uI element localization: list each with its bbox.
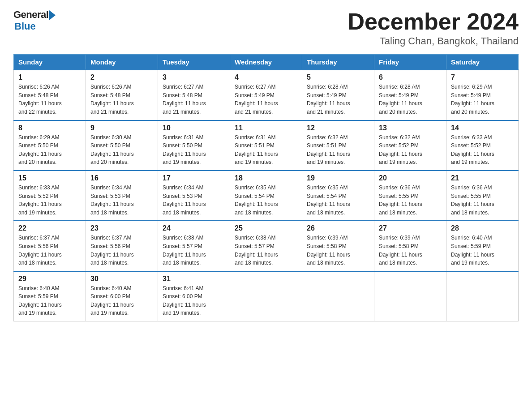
calendar-title: December 2024 bbox=[348, 9, 519, 34]
calendar-cell: 5 Sunrise: 6:28 AMSunset: 5:49 PMDayligh… bbox=[302, 70, 374, 120]
day-number: 5 bbox=[307, 73, 369, 81]
calendar-cell bbox=[374, 271, 446, 321]
day-info: Sunrise: 6:35 AMSunset: 5:54 PMDaylight:… bbox=[235, 184, 278, 216]
logo-blue-text: Blue bbox=[14, 21, 36, 32]
day-number: 14 bbox=[451, 124, 514, 132]
day-info: Sunrise: 6:33 AMSunset: 5:52 PMDaylight:… bbox=[451, 134, 494, 166]
day-info: Sunrise: 6:39 AMSunset: 5:58 PMDaylight:… bbox=[307, 235, 350, 266]
day-number: 16 bbox=[90, 174, 153, 182]
day-info: Sunrise: 6:35 AMSunset: 5:54 PMDaylight:… bbox=[307, 184, 350, 216]
day-info: Sunrise: 6:31 AMSunset: 5:50 PMDaylight:… bbox=[163, 134, 206, 166]
day-number: 24 bbox=[163, 224, 225, 232]
calendar-cell: 12 Sunrise: 6:32 AMSunset: 5:51 PMDaylig… bbox=[302, 120, 374, 171]
day-info: Sunrise: 6:34 AMSunset: 5:53 PMDaylight:… bbox=[163, 184, 206, 216]
calendar-cell: 25 Sunrise: 6:38 AMSunset: 5:57 PMDaylig… bbox=[230, 221, 302, 271]
calendar-cell: 7 Sunrise: 6:29 AMSunset: 5:49 PMDayligh… bbox=[446, 70, 519, 120]
day-info: Sunrise: 6:40 AMSunset: 6:00 PMDaylight:… bbox=[90, 285, 134, 317]
calendar-cell: 8 Sunrise: 6:29 AMSunset: 5:50 PMDayligh… bbox=[14, 120, 86, 171]
day-info: Sunrise: 6:38 AMSunset: 5:57 PMDaylight:… bbox=[235, 235, 278, 266]
day-info: Sunrise: 6:26 AMSunset: 5:48 PMDaylight:… bbox=[90, 84, 134, 115]
day-number: 2 bbox=[90, 73, 153, 81]
page: General Blue December 2024 Taling Chan, … bbox=[0, 0, 532, 411]
header-saturday: Saturday bbox=[446, 55, 519, 70]
day-info: Sunrise: 6:39 AMSunset: 5:58 PMDaylight:… bbox=[379, 235, 422, 266]
calendar-location: Taling Chan, Bangkok, Thailand bbox=[348, 35, 519, 47]
day-number: 29 bbox=[18, 275, 81, 283]
day-number: 15 bbox=[18, 174, 81, 182]
day-info: Sunrise: 6:36 AMSunset: 5:55 PMDaylight:… bbox=[451, 184, 494, 216]
header-tuesday: Tuesday bbox=[158, 55, 230, 70]
logo-general-text: General bbox=[13, 9, 48, 21]
day-number: 30 bbox=[90, 275, 153, 283]
day-info: Sunrise: 6:41 AMSunset: 6:00 PMDaylight:… bbox=[163, 285, 206, 317]
calendar-cell: 20 Sunrise: 6:36 AMSunset: 5:55 PMDaylig… bbox=[374, 171, 446, 221]
day-info: Sunrise: 6:32 AMSunset: 5:51 PMDaylight:… bbox=[307, 134, 350, 166]
calendar-cell: 11 Sunrise: 6:31 AMSunset: 5:51 PMDaylig… bbox=[230, 120, 302, 171]
day-info: Sunrise: 6:31 AMSunset: 5:51 PMDaylight:… bbox=[235, 134, 278, 166]
calendar-cell: 30 Sunrise: 6:40 AMSunset: 6:00 PMDaylig… bbox=[86, 271, 158, 321]
header-friday: Friday bbox=[374, 55, 446, 70]
header-thursday: Thursday bbox=[302, 55, 374, 70]
day-info: Sunrise: 6:38 AMSunset: 5:57 PMDaylight:… bbox=[163, 235, 206, 266]
day-number: 25 bbox=[235, 224, 297, 232]
calendar-cell bbox=[446, 271, 519, 321]
header: General Blue December 2024 Taling Chan, … bbox=[13, 9, 519, 47]
calendar-cell: 9 Sunrise: 6:30 AMSunset: 5:50 PMDayligh… bbox=[86, 120, 158, 171]
calendar-cell: 14 Sunrise: 6:33 AMSunset: 5:52 PMDaylig… bbox=[446, 120, 519, 171]
day-number: 10 bbox=[163, 124, 225, 132]
day-info: Sunrise: 6:27 AMSunset: 5:49 PMDaylight:… bbox=[235, 84, 278, 115]
day-info: Sunrise: 6:37 AMSunset: 5:56 PMDaylight:… bbox=[90, 235, 134, 266]
calendar-cell: 19 Sunrise: 6:35 AMSunset: 5:54 PMDaylig… bbox=[302, 171, 374, 221]
calendar-cell: 22 Sunrise: 6:37 AMSunset: 5:56 PMDaylig… bbox=[14, 221, 86, 271]
day-info: Sunrise: 6:26 AMSunset: 5:48 PMDaylight:… bbox=[18, 84, 62, 115]
day-number: 11 bbox=[235, 124, 297, 132]
day-info: Sunrise: 6:34 AMSunset: 5:53 PMDaylight:… bbox=[90, 184, 134, 216]
day-info: Sunrise: 6:29 AMSunset: 5:49 PMDaylight:… bbox=[451, 84, 494, 115]
day-info: Sunrise: 6:27 AMSunset: 5:48 PMDaylight:… bbox=[163, 84, 206, 115]
day-info: Sunrise: 6:40 AMSunset: 5:59 PMDaylight:… bbox=[451, 235, 494, 266]
day-info: Sunrise: 6:28 AMSunset: 5:49 PMDaylight:… bbox=[307, 84, 350, 115]
calendar-cell: 3 Sunrise: 6:27 AMSunset: 5:48 PMDayligh… bbox=[158, 70, 230, 120]
day-number: 26 bbox=[307, 224, 369, 232]
day-number: 1 bbox=[18, 73, 81, 81]
calendar-cell bbox=[302, 271, 374, 321]
calendar-cell: 13 Sunrise: 6:32 AMSunset: 5:52 PMDaylig… bbox=[374, 120, 446, 171]
day-number: 6 bbox=[379, 73, 442, 81]
calendar-cell: 24 Sunrise: 6:38 AMSunset: 5:57 PMDaylig… bbox=[158, 221, 230, 271]
day-number: 8 bbox=[18, 124, 81, 132]
calendar-header-row: Sunday Monday Tuesday Wednesday Thursday… bbox=[14, 55, 519, 70]
day-number: 28 bbox=[451, 224, 514, 232]
calendar-cell: 4 Sunrise: 6:27 AMSunset: 5:49 PMDayligh… bbox=[230, 70, 302, 120]
day-info: Sunrise: 6:32 AMSunset: 5:52 PMDaylight:… bbox=[379, 134, 422, 166]
day-number: 17 bbox=[163, 174, 225, 182]
day-info: Sunrise: 6:29 AMSunset: 5:50 PMDaylight:… bbox=[18, 134, 62, 166]
day-info: Sunrise: 6:36 AMSunset: 5:55 PMDaylight:… bbox=[379, 184, 422, 216]
calendar-cell: 26 Sunrise: 6:39 AMSunset: 5:58 PMDaylig… bbox=[302, 221, 374, 271]
calendar-cell: 27 Sunrise: 6:39 AMSunset: 5:58 PMDaylig… bbox=[374, 221, 446, 271]
logo-arrow-icon bbox=[49, 10, 56, 20]
calendar-cell: 23 Sunrise: 6:37 AMSunset: 5:56 PMDaylig… bbox=[86, 221, 158, 271]
day-number: 4 bbox=[235, 73, 297, 81]
calendar-cell: 15 Sunrise: 6:33 AMSunset: 5:52 PMDaylig… bbox=[14, 171, 86, 221]
calendar-cell: 1 Sunrise: 6:26 AMSunset: 5:48 PMDayligh… bbox=[14, 70, 86, 120]
calendar-cell: 6 Sunrise: 6:28 AMSunset: 5:49 PMDayligh… bbox=[374, 70, 446, 120]
calendar-cell: 18 Sunrise: 6:35 AMSunset: 5:54 PMDaylig… bbox=[230, 171, 302, 221]
day-info: Sunrise: 6:30 AMSunset: 5:50 PMDaylight:… bbox=[90, 134, 134, 166]
day-info: Sunrise: 6:28 AMSunset: 5:49 PMDaylight:… bbox=[379, 84, 422, 115]
day-number: 3 bbox=[163, 73, 225, 81]
calendar-cell bbox=[230, 271, 302, 321]
calendar-cell: 16 Sunrise: 6:34 AMSunset: 5:53 PMDaylig… bbox=[86, 171, 158, 221]
day-number: 7 bbox=[451, 73, 514, 81]
calendar-cell: 31 Sunrise: 6:41 AMSunset: 6:00 PMDaylig… bbox=[158, 271, 230, 321]
day-number: 13 bbox=[379, 124, 442, 132]
calendar-cell: 21 Sunrise: 6:36 AMSunset: 5:55 PMDaylig… bbox=[446, 171, 519, 221]
day-number: 18 bbox=[235, 174, 297, 182]
logo: General Blue bbox=[13, 9, 56, 32]
header-wednesday: Wednesday bbox=[230, 55, 302, 70]
day-number: 31 bbox=[163, 275, 225, 283]
day-number: 22 bbox=[18, 224, 81, 232]
calendar-cell: 29 Sunrise: 6:40 AMSunset: 5:59 PMDaylig… bbox=[14, 271, 86, 321]
day-number: 27 bbox=[379, 224, 442, 232]
day-info: Sunrise: 6:40 AMSunset: 5:59 PMDaylight:… bbox=[18, 285, 62, 317]
header-sunday: Sunday bbox=[14, 55, 86, 70]
